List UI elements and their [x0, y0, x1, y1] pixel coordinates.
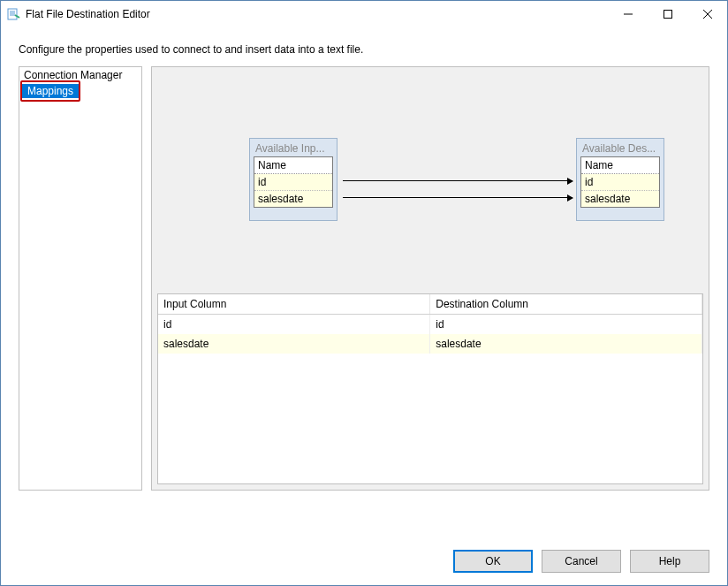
table-row: id id	[158, 315, 702, 335]
minimize-button[interactable]	[608, 2, 648, 27]
svg-rect-5	[664, 11, 671, 19]
dest-col-row[interactable]: salesdate	[581, 191, 659, 207]
window-title: Flat File Destination Editor	[26, 8, 150, 20]
input-col-row[interactable]: id	[254, 174, 332, 191]
available-input-title: Available Inp...	[254, 142, 333, 156]
grid-header-input[interactable]: Input Column	[158, 294, 430, 315]
nav-item-mappings[interactable]: Mappings	[22, 84, 79, 98]
dest-col-header: Name	[581, 157, 659, 174]
input-col-row[interactable]: salesdate	[254, 191, 332, 207]
dialog-buttons: OK Cancel Help	[453, 550, 709, 573]
ok-button[interactable]: OK	[453, 550, 533, 573]
mapping-line[interactable]	[343, 197, 573, 198]
page-description: Configure the properties used to connect…	[1, 27, 727, 66]
svg-rect-0	[8, 9, 17, 19]
available-dest-title: Available Des...	[580, 142, 660, 156]
nav-highlight-mappings: Mappings	[20, 80, 80, 102]
grid-cell-input[interactable]: salesdate	[158, 334, 430, 354]
available-dest-box[interactable]: Available Des... Name id salesdate	[576, 138, 664, 221]
mapping-diagram: Available Inp... Name id salesdate Avail…	[152, 67, 709, 288]
input-col-header: Name	[254, 157, 332, 174]
maximize-button[interactable]	[648, 2, 687, 27]
close-button[interactable]	[687, 2, 727, 27]
available-input-box[interactable]: Available Inp... Name id salesdate	[249, 138, 337, 221]
titlebar: Flat File Destination Editor	[1, 1, 727, 27]
dest-col-row[interactable]: id	[581, 174, 659, 191]
nav-panel: Connection Manager Mappings	[19, 66, 142, 491]
mapping-grid: Input Column Destination Column id id sa…	[157, 293, 703, 484]
help-button[interactable]: Help	[630, 550, 709, 573]
cancel-button[interactable]: Cancel	[542, 550, 621, 573]
content-panel: Available Inp... Name id salesdate Avail…	[151, 66, 709, 491]
grid-cell-dest[interactable]: salesdate	[430, 334, 702, 354]
mapping-line[interactable]	[343, 180, 573, 181]
grid-cell-dest[interactable]: id	[430, 315, 702, 335]
app-icon	[6, 7, 20, 21]
table-row: salesdate salesdate	[158, 334, 702, 354]
grid-header-dest[interactable]: Destination Column	[430, 294, 702, 315]
grid-cell-input[interactable]: id	[158, 315, 430, 335]
